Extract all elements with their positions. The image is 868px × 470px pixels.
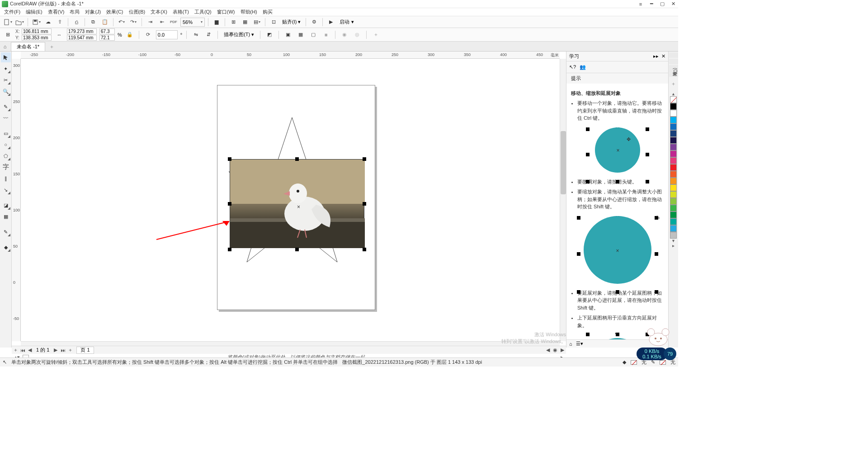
height-input[interactable]: 119.547 mm <box>67 35 97 41</box>
obj-origin-icon[interactable]: ⊞ <box>3 30 13 40</box>
launch-dropdown[interactable]: 启动 ▾ <box>338 19 355 25</box>
size-lock-icon[interactable]: ↔ <box>54 30 64 40</box>
panel-home-icon[interactable]: ⌂ <box>569 341 572 347</box>
ellipse-tool[interactable]: ○ <box>1 140 11 150</box>
prev-page-icon[interactable]: ◀ <box>26 347 33 353</box>
fill-tool[interactable]: ◆ <box>1 242 11 252</box>
menu-text[interactable]: 文本(X) <box>148 8 170 16</box>
fill-icon[interactable]: ◆ <box>623 359 626 365</box>
color-swatch[interactable] <box>670 218 677 225</box>
dock-tab-objects[interactable]: 对象(O) <box>669 65 678 77</box>
mirror-h-icon[interactable]: ⇋ <box>191 30 201 40</box>
menu-buy[interactable]: 购买 <box>260 8 275 16</box>
menu-view[interactable]: 查看(V) <box>46 8 67 16</box>
lock-ratio-icon[interactable]: 🔒 <box>125 30 135 40</box>
fullscreen-button[interactable]: ▆ <box>212 17 222 27</box>
trace-bitmap-dropdown[interactable]: 描摹位图(T) ▾ <box>222 31 256 38</box>
last-page-icon[interactable]: ⏭ <box>59 348 66 353</box>
page-tab[interactable]: 页 1 <box>76 347 94 354</box>
color-swatch[interactable] <box>670 232 677 239</box>
snap-dropdown[interactable]: 贴齐(I) ▾ <box>280 19 302 25</box>
selection-handle[interactable] <box>363 202 366 206</box>
wrap1-icon[interactable]: ▣ <box>283 30 293 40</box>
panel-menu-icon[interactable]: ☰▾ <box>576 341 583 347</box>
perf-widget[interactable]: 0 KB/s 0.1 KB/s <box>637 348 667 360</box>
cloud-up-icon[interactable]: ⇧ <box>55 17 65 27</box>
selection-center-icon[interactable]: × <box>297 204 300 210</box>
maximize-icon[interactable]: ▢ <box>659 1 665 7</box>
color-swatch[interactable] <box>670 157 677 164</box>
ruler-horizontal[interactable]: 毫米 -250-200-150-100-50050100150200250300… <box>21 52 560 59</box>
color-swatch[interactable] <box>670 130 677 137</box>
color-swatch[interactable] <box>670 171 677 178</box>
save-button[interactable] <box>31 17 41 27</box>
color-swatch[interactable] <box>670 225 677 232</box>
add-page-after-icon[interactable]: ＋ <box>66 347 74 353</box>
color-swatch[interactable] <box>670 137 677 144</box>
menu-object[interactable]: 对象(J) <box>83 8 103 16</box>
document-tab[interactable]: 未命名 -1* <box>11 42 45 51</box>
color-swatch[interactable] <box>670 103 677 110</box>
home-tab-icon[interactable]: ⌂ <box>0 42 10 51</box>
text-tool[interactable]: 字 <box>1 162 11 172</box>
color-swatch[interactable] <box>670 150 677 157</box>
color-swatch[interactable] <box>670 144 677 150</box>
menu-effects[interactable]: 效果(C) <box>104 8 125 16</box>
selection-handle[interactable] <box>228 157 231 161</box>
bitmap-image[interactable] <box>230 159 364 248</box>
fill-swatch[interactable] <box>631 360 637 365</box>
menu-layout[interactable]: 布局 <box>67 8 82 16</box>
shape-tool[interactable]: ✦ <box>1 64 11 74</box>
color-swatch[interactable] <box>670 184 677 191</box>
first-page-icon[interactable]: ⏮ <box>19 348 26 353</box>
rectangle-tool[interactable]: ▭ <box>1 128 11 138</box>
wrap2-icon[interactable]: ▦ <box>296 30 306 40</box>
guides-button[interactable]: ▤ <box>252 17 262 27</box>
selection-handle[interactable] <box>228 248 231 251</box>
nav-target-icon[interactable]: ◉ <box>552 347 559 353</box>
palette-flyout-icon[interactable]: ▸ <box>672 243 675 248</box>
selection-handle[interactable] <box>295 157 299 161</box>
add-tab-button[interactable]: ＋ <box>46 42 57 51</box>
wrap3-icon[interactable]: ▢ <box>308 30 318 40</box>
grid-button[interactable]: ▦ <box>240 17 250 27</box>
dock-tab-hints[interactable]: 提示 <box>669 52 678 58</box>
color-swatch-none[interactable] <box>670 96 677 103</box>
menu-table[interactable]: 表格(T) <box>170 8 191 16</box>
paste-button[interactable]: 📋 <box>100 17 110 27</box>
redo-button[interactable]: ↷ <box>128 17 138 27</box>
cloud-down-icon[interactable]: ☁ <box>43 17 53 27</box>
copy-button[interactable]: ⧉ <box>88 17 98 27</box>
print-button[interactable]: ⎙ <box>71 17 81 27</box>
color-swatch[interactable] <box>670 212 677 218</box>
add-docker-icon[interactable]: ＋ <box>671 80 676 87</box>
perf-badge[interactable]: 79 <box>664 348 676 360</box>
crop-tool[interactable]: ✂ <box>1 75 11 85</box>
transparency-tool[interactable]: ▦ <box>1 212 11 221</box>
close-icon[interactable]: ✕ <box>670 1 676 7</box>
palette-up-icon[interactable]: ▲ <box>671 92 675 96</box>
x-input[interactable]: 106.811 mm <box>22 28 52 34</box>
zoom-input[interactable]: 56%▾ <box>180 18 205 27</box>
nav-left-icon[interactable]: ◀ <box>544 347 552 353</box>
width-input[interactable]: 179.273 mm <box>67 28 97 34</box>
menu-bitmap[interactable]: 位图(B) <box>127 8 148 16</box>
launch-icon[interactable]: ▶ <box>326 17 336 27</box>
vertical-scrollbar[interactable] <box>560 59 566 341</box>
menu-help[interactable]: 帮助(H) <box>238 8 259 16</box>
hamburger-icon[interactable]: ≡ <box>637 1 644 7</box>
options-button[interactable]: ⚙ <box>309 17 319 27</box>
pdf-button[interactable]: PDF <box>169 17 179 27</box>
minimize-icon[interactable]: ━ <box>648 1 655 7</box>
connector-tool[interactable]: ↘ <box>1 185 11 195</box>
open-button[interactable] <box>14 17 24 27</box>
overlap1-icon[interactable]: ◉ <box>340 30 349 40</box>
import-button[interactable]: ⇥ <box>145 17 155 27</box>
color-swatch[interactable] <box>670 117 677 123</box>
menu-tools[interactable]: 工具(Q) <box>192 8 214 16</box>
polygon-tool[interactable]: ⬠ <box>1 151 11 161</box>
outline-swatch[interactable] <box>660 360 666 365</box>
rulers-button[interactable]: ⊞ <box>228 17 238 27</box>
crop-icon[interactable]: ◩ <box>264 30 274 40</box>
export-button[interactable]: ⇤ <box>157 17 167 27</box>
